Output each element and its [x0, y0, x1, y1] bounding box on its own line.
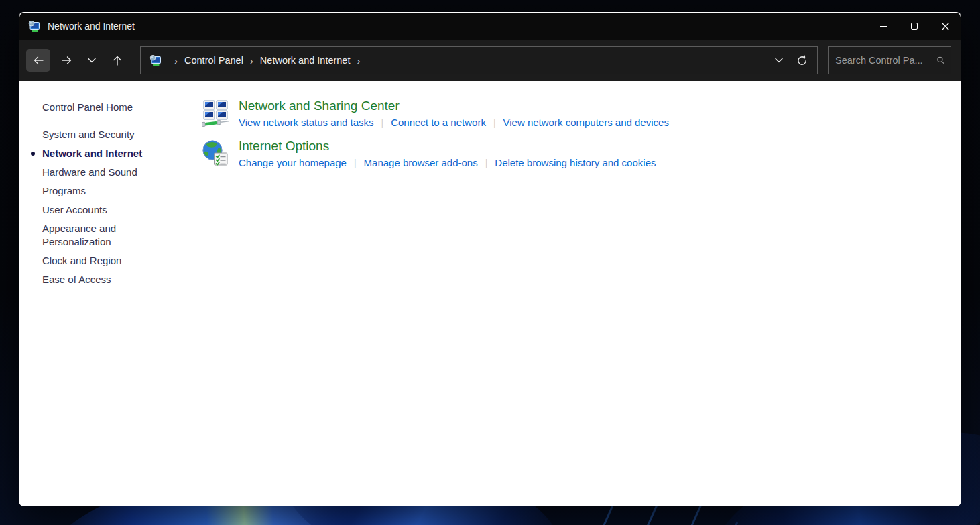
sidebar-item-label: Ease of Access [42, 274, 111, 285]
forward-button[interactable] [54, 49, 78, 72]
breadcrumb-separator: › [250, 55, 253, 66]
sidebar-item-label: Clock and Region [42, 255, 121, 266]
maximize-button[interactable] [899, 13, 930, 40]
active-bullet-icon [31, 152, 35, 156]
breadcrumb-separator: › [357, 55, 360, 66]
task-link-delete-browsing-history[interactable]: Delete browsing history and cookies [495, 157, 656, 168]
category-task-links: Change your homepage | Manage browser ad… [239, 157, 656, 168]
close-button[interactable] [930, 13, 961, 40]
address-bar-actions [768, 49, 813, 72]
breadcrumb-separator: › [174, 55, 178, 66]
navigation-toolbar: › Control Panel › Network and Internet › [19, 40, 961, 81]
recent-pages-button[interactable] [82, 49, 101, 72]
close-icon [941, 22, 950, 31]
search-box [828, 46, 951, 74]
sidebar-item-hardware-and-sound[interactable]: Hardware and Sound [42, 166, 188, 179]
task-link-change-homepage[interactable]: Change your homepage [239, 157, 347, 168]
sidebar: Control Panel Home System and Security N… [19, 81, 188, 506]
category-network-sharing-center: Network and Sharing Center View network … [202, 98, 961, 128]
sidebar-item-ease-of-access[interactable]: Ease of Access [42, 273, 188, 286]
sidebar-item-appearance-and-personalization[interactable]: Appearance and Personalization [42, 222, 188, 249]
up-button[interactable] [105, 49, 129, 72]
refresh-icon [796, 55, 808, 66]
caption-controls [868, 13, 961, 40]
minimize-button[interactable] [868, 13, 899, 40]
title-bar: Network and Internet [19, 13, 961, 40]
sidebar-item-programs[interactable]: Programs [42, 184, 188, 198]
network-internet-icon [27, 19, 41, 33]
address-bar[interactable]: › Control Panel › Network and Internet › [140, 46, 818, 74]
main-panel: Network and Sharing Center View network … [188, 81, 961, 506]
forward-arrow-icon [61, 55, 72, 66]
back-arrow-icon [33, 55, 44, 66]
category-task-links: View network status and tasks | Connect … [239, 117, 669, 128]
sidebar-item-user-accounts[interactable]: User Accounts [42, 203, 188, 217]
up-arrow-icon [112, 55, 123, 66]
sidebar-item-label: Hardware and Sound [42, 166, 137, 178]
link-separator: | [354, 158, 357, 168]
sidebar-item-label: Network and Internet [42, 148, 142, 159]
back-button[interactable] [26, 49, 50, 72]
sidebar-list: Control Panel Home System and Security N… [42, 101, 188, 286]
link-separator: | [485, 158, 488, 168]
window-title: Network and Internet [48, 21, 135, 32]
previous-locations-button[interactable] [768, 49, 790, 72]
task-link-view-network-status[interactable]: View network status and tasks [239, 117, 374, 128]
search-input[interactable] [835, 55, 936, 66]
sidebar-item-clock-and-region[interactable]: Clock and Region [42, 254, 188, 268]
task-link-connect-to-network[interactable]: Connect to a network [391, 117, 486, 128]
network-sharing-center-icon[interactable] [202, 99, 230, 127]
breadcrumb-item-network-and-internet[interactable]: Network and Internet [260, 55, 351, 66]
sidebar-item-label: Programs [42, 185, 86, 196]
control-panel-window: Network and Internet [19, 12, 961, 506]
search-icon[interactable] [936, 55, 945, 66]
network-internet-icon [149, 54, 162, 67]
maximize-icon [911, 23, 918, 30]
minimize-icon [880, 26, 887, 27]
sidebar-item-control-panel-home[interactable]: Control Panel Home [42, 101, 188, 114]
refresh-button[interactable] [790, 49, 813, 72]
sidebar-item-network-and-internet[interactable]: Network and Internet [42, 147, 188, 160]
link-separator: | [493, 117, 496, 128]
task-link-view-network-computers[interactable]: View network computers and devices [503, 117, 669, 128]
sidebar-item-label: System and Security [42, 129, 135, 140]
task-link-manage-addons[interactable]: Manage browser add-ons [364, 157, 478, 168]
category-title-link[interactable]: Internet Options [239, 138, 329, 154]
sidebar-item-label: Appearance and Personalization [42, 223, 116, 247]
link-separator: | [381, 117, 384, 128]
sidebar-item-label: User Accounts [42, 204, 107, 215]
chevron-down-icon [775, 58, 783, 63]
content-area: Control Panel Home System and Security N… [19, 81, 961, 506]
breadcrumb-item-control-panel[interactable]: Control Panel [184, 55, 243, 66]
sidebar-item-label: Control Panel Home [42, 101, 133, 113]
sidebar-item-system-and-security[interactable]: System and Security [42, 128, 188, 141]
chevron-down-icon [88, 58, 96, 63]
category-title-link[interactable]: Network and Sharing Center [239, 98, 400, 114]
internet-options-icon[interactable] [202, 139, 230, 168]
category-internet-options: Internet Options Change your homepage | … [202, 138, 961, 168]
